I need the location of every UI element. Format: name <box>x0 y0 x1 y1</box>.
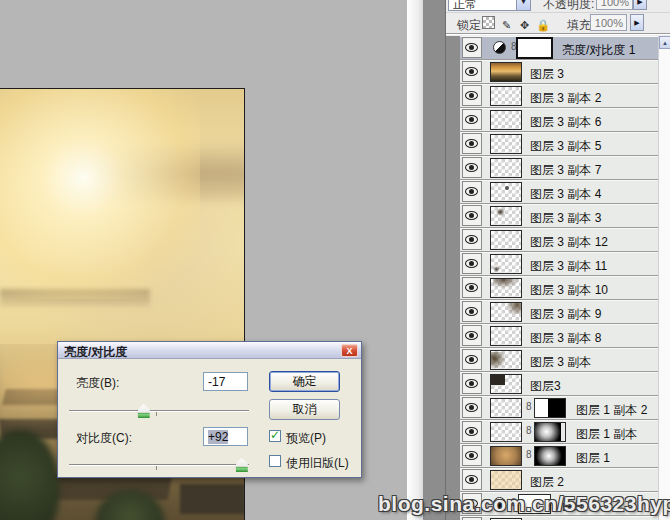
mask-thumbnail[interactable] <box>534 398 566 418</box>
layer-row[interactable]: 图层 3 副本 3 <box>460 204 658 228</box>
layer-row[interactable]: 图层 3 副本 10 <box>460 276 658 300</box>
opacity-value[interactable]: 100% <box>596 0 633 10</box>
layer-thumbnail[interactable] <box>490 182 522 202</box>
layer-thumbnail[interactable] <box>490 278 522 298</box>
layers-scrollbar[interactable]: ▲ <box>658 36 670 520</box>
eye-icon <box>465 67 478 76</box>
contrast-slider-track[interactable] <box>69 464 249 466</box>
layer-thumbnail[interactable] <box>490 302 522 322</box>
check-icon: ✓ <box>270 428 280 442</box>
mask-thumbnail[interactable] <box>534 422 566 442</box>
layer-name: 图层 3 副本 7 <box>530 162 601 179</box>
panel-gap-dark <box>423 0 446 520</box>
mask-thumbnail[interactable] <box>516 37 553 59</box>
layer-row[interactable]: 图层 3 副本 6 <box>460 108 658 132</box>
eye-icon <box>465 427 478 436</box>
layer-thumbnail[interactable] <box>490 134 522 154</box>
layer-row[interactable]: 图层3 <box>460 372 658 396</box>
blend-mode-value: 正常 <box>453 0 477 11</box>
layer-name: 图层 3 副本 3 <box>530 210 601 227</box>
layer-row[interactable]: 图层 3 副本 7 <box>460 156 658 180</box>
visibility-toggle[interactable] <box>462 373 482 394</box>
lock-transparency-icon[interactable] <box>482 16 495 29</box>
visibility-toggle[interactable] <box>462 109 482 130</box>
layer-thumbnail[interactable] <box>490 110 522 130</box>
ok-button[interactable]: 确定 <box>269 371 340 392</box>
eye-icon <box>465 211 478 220</box>
chevron-down-icon[interactable]: ▼ <box>516 0 530 10</box>
layer-row[interactable]: 图层 3 副本 <box>460 348 658 372</box>
layer-row[interactable]: 图层 3 副本 8 <box>460 324 658 348</box>
layer-thumbnail[interactable] <box>490 398 522 418</box>
legacy-checkbox[interactable]: ✓ <box>269 455 281 467</box>
layer-thumbnail[interactable] <box>490 446 522 466</box>
visibility-toggle[interactable] <box>462 229 482 250</box>
layer-thumbnail[interactable] <box>490 374 522 394</box>
visibility-toggle[interactable] <box>462 181 482 202</box>
layer-row[interactable]: 图层 3 <box>460 60 658 84</box>
preview-checkbox[interactable]: ✓ <box>269 430 281 442</box>
visibility-toggle[interactable] <box>462 301 482 322</box>
visibility-toggle[interactable] <box>462 157 482 178</box>
layer-thumbnail[interactable] <box>490 62 522 82</box>
opacity-popup-arrow-icon[interactable]: ▶ <box>633 0 647 10</box>
visibility-toggle[interactable] <box>462 37 482 58</box>
visibility-toggle[interactable] <box>462 397 482 418</box>
layer-row[interactable] <box>460 516 658 520</box>
contrast-slider-handle[interactable] <box>236 458 248 472</box>
layer-row[interactable]: 图层 3 副本 9 <box>460 300 658 324</box>
layer-row[interactable]: 图层 3 副本 2 <box>460 84 658 108</box>
close-icon[interactable]: X <box>341 344 358 357</box>
dialog-titlebar[interactable]: 亮度/对比度 X <box>58 342 361 359</box>
layer-thumbnail[interactable] <box>490 422 522 442</box>
fill-value[interactable]: 100% <box>590 14 627 31</box>
layer-thumbnail[interactable] <box>490 326 522 346</box>
layer-row[interactable]: 图层 3 副本 11 <box>460 252 658 276</box>
layer-thumbnail[interactable] <box>490 158 522 178</box>
link-icon: 8 <box>526 401 532 413</box>
layer-row[interactable]: 8图层 1 <box>460 444 658 468</box>
layer-thumbnail[interactable] <box>490 86 522 106</box>
blend-mode-row: 正常 ▼ 不透明度: 100% ▶ <box>446 0 670 13</box>
lock-all-icon[interactable]: 🔒 <box>536 19 549 32</box>
layer-row[interactable]: 8亮度/对比度 1 <box>460 36 658 60</box>
visibility-toggle[interactable] <box>462 421 482 442</box>
eye-icon <box>465 91 478 100</box>
layer-thumbnail[interactable] <box>490 206 522 226</box>
visibility-toggle[interactable] <box>462 205 482 226</box>
brightness-slider-handle[interactable] <box>138 404 150 418</box>
layer-row[interactable]: 8图层 1 副本 2 <box>460 396 658 420</box>
visibility-toggle[interactable] <box>462 85 482 106</box>
layer-row[interactable]: 图层 3 副本 5 <box>460 132 658 156</box>
layer-row[interactable]: 8图层 1 副本 <box>460 420 658 444</box>
visibility-toggle[interactable] <box>462 445 482 466</box>
layer-row[interactable]: 图层 3 副本 12 <box>460 228 658 252</box>
layer-thumbnail[interactable] <box>490 470 522 490</box>
visibility-toggle[interactable] <box>462 277 482 298</box>
layer-row[interactable]: 图层 3 副本 4 <box>460 180 658 204</box>
visibility-toggle[interactable] <box>462 349 482 370</box>
brightness-slider-track[interactable] <box>69 410 249 412</box>
thumbnail-smudge <box>493 279 518 288</box>
visibility-toggle[interactable] <box>462 253 482 274</box>
layer-thumbnail[interactable] <box>490 350 522 370</box>
layer-thumbnail[interactable] <box>490 230 522 250</box>
scroll-up-icon[interactable]: ▲ <box>659 36 670 49</box>
visibility-toggle[interactable] <box>462 469 482 490</box>
visibility-toggle[interactable] <box>462 133 482 154</box>
lock-move-icon[interactable]: ✥ <box>518 19 531 32</box>
fill-popup-arrow-icon[interactable]: ▶ <box>630 14 644 31</box>
layer-row[interactable]: 图层 2 <box>460 468 658 492</box>
blend-mode-select[interactable]: 正常 ▼ <box>448 0 531 11</box>
layer-thumbnail[interactable] <box>490 254 522 274</box>
visibility-toggle[interactable] <box>462 325 482 346</box>
brightness-input[interactable]: -17 <box>203 372 248 391</box>
mask-thumbnail[interactable] <box>534 446 566 466</box>
legacy-label: 使用旧版(L) <box>286 455 349 472</box>
lock-brush-icon[interactable]: ✎ <box>500 19 513 32</box>
canvas-roof <box>180 484 245 514</box>
layer-name: 图层 3 副本 12 <box>530 234 608 251</box>
visibility-toggle[interactable] <box>462 61 482 82</box>
contrast-input[interactable]: +92 <box>203 427 248 446</box>
cancel-button[interactable]: 取消 <box>269 399 340 420</box>
